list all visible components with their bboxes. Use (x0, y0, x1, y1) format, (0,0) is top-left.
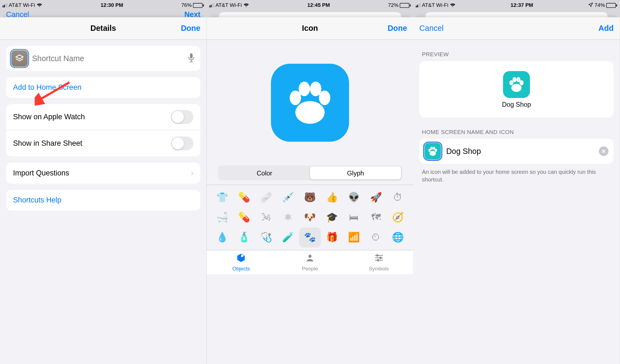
dictation-icon[interactable] (187, 53, 195, 64)
add-to-home-screen-row[interactable]: Add to Home Screen (6, 77, 200, 98)
icon-picker-screen: AT&T Wi-Fi 12:45 PM 72% Icon Done Color … (207, 0, 413, 364)
glyph-map[interactable]: 🗺 (365, 208, 387, 228)
glyph-graduation-cap[interactable]: 🎓 (321, 208, 343, 228)
glyph-bandage[interactable]: 🩹 (255, 188, 277, 208)
nav-title: Icon (302, 24, 318, 33)
glyph-speedometer[interactable]: ⏲ (365, 228, 387, 247)
show-apple-watch-label: Show on Apple Watch (13, 113, 85, 121)
wifi-icon (243, 3, 249, 7)
glyph-syringe[interactable]: 💉 (277, 188, 299, 208)
segment-glyph[interactable]: Glyph (310, 166, 401, 180)
glyph-bath[interactable]: 🛁 (211, 208, 233, 228)
shortcut-name-input[interactable] (32, 54, 188, 63)
glyph-gauge[interactable]: ⏱ (387, 188, 409, 208)
glyph-atom[interactable]: ⚛ (277, 208, 299, 228)
nav-bar: Icon Done (207, 17, 413, 40)
preview-app-icon (503, 71, 530, 98)
glyph-bear[interactable]: 🐻 (299, 188, 321, 208)
footnote-text: An icon will be added to your home scree… (422, 168, 611, 183)
clear-text-button[interactable]: ✕ (599, 147, 609, 156)
preview-card: Dog Shop (420, 61, 614, 117)
glyph-flask[interactable]: 🧪 (277, 228, 299, 247)
glyph-thumbs-up[interactable]: 👍 (321, 188, 343, 208)
name-icon-section-header: HOME SCREEN NAME AND ICON (422, 129, 611, 135)
glyph-pill[interactable]: 💊 (233, 188, 255, 208)
glyph-stairs[interactable]: 📶 (343, 228, 365, 247)
home-name-input[interactable]: Dog Shop (446, 147, 594, 156)
nav-bar: Cancel Add (413, 17, 620, 40)
glyph-alien[interactable]: 👽 (343, 188, 365, 208)
show-share-sheet-label: Show in Share Sheet (13, 139, 82, 148)
details-screen: AT&T Wi-Fi 12:30 PM 76% Cancel Next Deta… (0, 0, 206, 364)
name-icon-row: Dog Shop ✕ (420, 139, 614, 164)
color-glyph-segmented[interactable]: Color Glyph (218, 166, 402, 180)
status-bar: AT&T Wi-Fi 12:30 PM 76% (0, 0, 206, 10)
battery-icon (400, 3, 411, 7)
tab-symbols[interactable]: Symbols (344, 250, 413, 274)
glyph-bed[interactable]: 🛏 (343, 208, 365, 228)
icon-preview (207, 40, 413, 166)
person-icon (305, 253, 315, 265)
shortcut-name-row (6, 46, 200, 71)
show-share-sheet-row: Show in Share Sheet (6, 130, 200, 156)
glyph-rocket[interactable]: 🚀 (365, 188, 387, 208)
show-share-sheet-toggle[interactable] (171, 136, 194, 150)
svg-rect-5 (190, 53, 193, 58)
glyph-dog[interactable]: 🐶 (299, 208, 321, 228)
status-bar: AT&T Wi-Fi 12:45 PM 72% (207, 0, 413, 10)
glyph-dropper[interactable]: 💧 (211, 228, 233, 247)
glyph-medicine-bottle[interactable]: 🧴 (233, 228, 255, 247)
nav-title: Details (90, 24, 116, 33)
paw-icon (427, 146, 438, 157)
details-sheet: Details Done Add to Home Screen (0, 17, 206, 364)
status-bar: AT&T Wi-Fi 12:37 PM 74% (413, 0, 620, 10)
sliders-icon (374, 253, 383, 265)
layers-icon (15, 54, 24, 63)
add-button[interactable]: Add (598, 24, 614, 33)
battery-pct-label: 76% (181, 2, 192, 8)
nav-bar: Details Done (0, 17, 206, 40)
add-to-home-screen: AT&T Wi-Fi 12:37 PM 74% Cancel Add PREVI… (413, 0, 620, 364)
glyph-pills[interactable]: 💊 (233, 208, 255, 228)
tab-symbols-label: Symbols (369, 265, 389, 271)
done-button[interactable]: Done (181, 24, 200, 33)
underlying-sheet-peek (413, 10, 620, 17)
show-apple-watch-toggle[interactable] (171, 110, 194, 124)
glyph-shirt[interactable]: 👕 (211, 188, 233, 208)
segment-color[interactable]: Color (219, 166, 310, 180)
paw-icon (284, 77, 336, 129)
preview-section-header: PREVIEW (422, 51, 611, 58)
glyph-gift[interactable]: 🎁 (321, 228, 343, 247)
signal-icon (209, 3, 214, 7)
paw-icon (507, 75, 526, 94)
tab-people[interactable]: People (276, 250, 344, 274)
shortcuts-help-row[interactable]: Shortcuts Help (6, 190, 200, 211)
glyph-paw[interactable]: 🐾 (299, 228, 321, 247)
glyph-compass[interactable]: 🧭 (387, 208, 409, 228)
done-button[interactable]: Done (388, 24, 407, 33)
carrier-label: AT&T Wi-Fi (422, 2, 448, 8)
cancel-button[interactable]: Cancel (420, 24, 444, 33)
import-questions-label: Import Questions (13, 169, 69, 178)
glyph-stethoscope[interactable]: 🩺 (255, 228, 277, 247)
glyph-inhaler[interactable]: 🌬 (255, 208, 277, 228)
add-to-home-screen-label: Add to Home Screen (13, 83, 82, 92)
svg-point-13 (377, 259, 379, 261)
home-icon-button[interactable] (425, 143, 441, 159)
add-home-sheet: Cancel Add PREVIEW Dog Shop HOME SCREEN … (413, 17, 620, 364)
svg-point-11 (376, 255, 378, 256)
show-apple-watch-row: Show on Apple Watch (6, 104, 200, 130)
clock-label: 12:30 PM (101, 2, 123, 8)
tab-objects[interactable]: Objects (207, 250, 276, 274)
signal-icon (416, 3, 421, 7)
import-questions-row[interactable]: Import Questions › (6, 163, 200, 184)
shortcut-icon-button[interactable] (11, 50, 28, 67)
icon-sheet: Icon Done Color Glyph 👕💊🩹💉🐻👍👽🚀⏱🛁💊🌬⚛🐶🎓🛏🗺🧭… (207, 17, 413, 364)
clock-label: 12:45 PM (307, 2, 330, 8)
svg-point-7 (308, 255, 312, 258)
glyph-globe[interactable]: 🌐 (387, 228, 409, 247)
tab-objects-label: Objects (232, 265, 250, 271)
cube-icon (236, 253, 246, 265)
glyph-grid: 👕💊🩹💉🐻👍👽🚀⏱🛁💊🌬⚛🐶🎓🛏🗺🧭💧🧴🩺🧪🐾🎁📶⏲🌐 (207, 185, 413, 250)
battery-icon (606, 3, 617, 7)
